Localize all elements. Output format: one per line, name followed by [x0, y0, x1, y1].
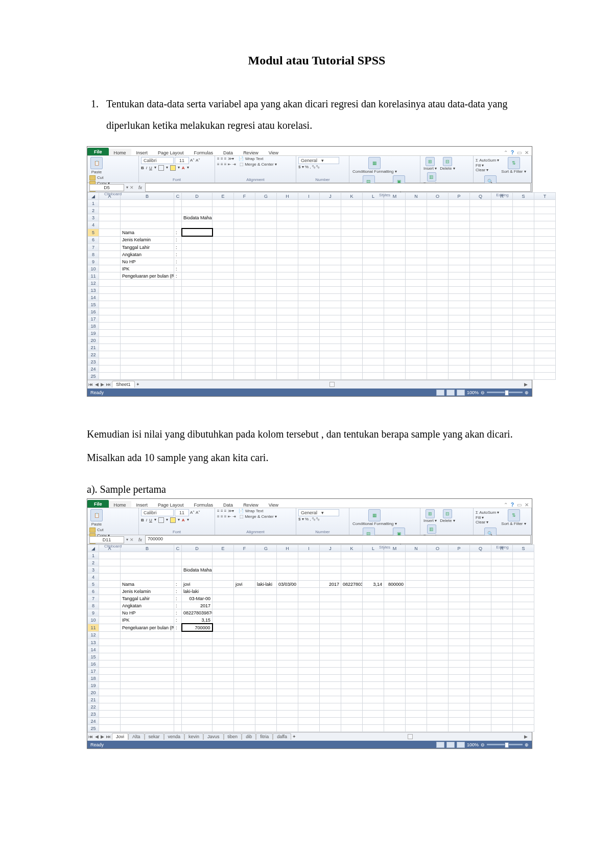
sheet-nav-prev[interactable]: ◀	[94, 734, 100, 739]
cell-D22[interactable]	[182, 351, 213, 358]
cell-L7[interactable]	[363, 595, 384, 602]
cell-P20[interactable]	[449, 337, 470, 344]
cell-L7[interactable]	[363, 244, 384, 251]
cell-R1[interactable]	[491, 200, 513, 207]
cell-H1[interactable]	[277, 552, 298, 559]
cell-O6[interactable]	[427, 236, 449, 244]
cell-I14[interactable]	[298, 294, 320, 301]
cell-K24[interactable]	[341, 718, 363, 725]
cell-M22[interactable]	[384, 351, 406, 358]
cell-B18[interactable]	[121, 675, 174, 682]
cell-S1[interactable]	[513, 200, 534, 207]
cell-T10[interactable]	[534, 265, 556, 272]
cell-N23[interactable]	[406, 711, 427, 718]
cell-J9[interactable]	[320, 609, 341, 616]
cell-S25[interactable]	[513, 725, 534, 732]
cell-M21[interactable]	[384, 696, 406, 703]
row-header-1[interactable]: 1	[88, 200, 99, 207]
cell-H2[interactable]	[277, 207, 298, 214]
cell-E17[interactable]	[213, 315, 234, 323]
cell-B22[interactable]	[121, 351, 174, 358]
cell-N24[interactable]	[406, 366, 427, 373]
cell-G5[interactable]	[255, 229, 277, 236]
cell-N6[interactable]	[406, 588, 427, 595]
cell-A13[interactable]	[99, 639, 121, 646]
cell-R8[interactable]	[491, 602, 513, 609]
cell-K6[interactable]	[341, 588, 363, 595]
cell-G16[interactable]	[255, 308, 277, 315]
cell-G10[interactable]	[255, 616, 277, 624]
cell-M18[interactable]	[384, 675, 406, 682]
row-header-23[interactable]: 23	[88, 711, 99, 718]
cell-C16[interactable]	[174, 308, 182, 315]
cell-E22[interactable]	[213, 351, 234, 358]
cell-B20[interactable]	[121, 337, 174, 344]
cell-L5[interactable]	[363, 229, 384, 236]
cell-J13[interactable]	[320, 639, 341, 646]
cell-K18[interactable]	[341, 323, 363, 330]
cell-H23[interactable]	[277, 711, 298, 718]
cell-I9[interactable]	[298, 609, 320, 616]
cell-S12[interactable]	[513, 280, 534, 287]
cell-I20[interactable]	[298, 337, 320, 344]
cell-H21[interactable]	[277, 696, 298, 703]
cell-O13[interactable]	[427, 639, 449, 646]
cell-K1[interactable]	[341, 200, 363, 207]
cell-Q18[interactable]	[470, 675, 491, 682]
cell-M7[interactable]	[384, 244, 406, 251]
cell-L20[interactable]	[363, 689, 384, 696]
cell-Q21[interactable]	[470, 344, 491, 351]
cell-L6[interactable]	[363, 588, 384, 595]
cell-E10[interactable]	[213, 616, 234, 624]
cell-B6[interactable]: Jenis Kelamin	[121, 588, 174, 595]
cell-G17[interactable]	[255, 668, 277, 675]
cell-E16[interactable]	[213, 660, 234, 668]
row-header-19[interactable]: 19	[88, 682, 99, 689]
cell-Q13[interactable]	[470, 639, 491, 646]
cell-O2[interactable]	[427, 207, 449, 214]
font-size-select[interactable]: 11	[175, 509, 189, 516]
cell-L2[interactable]	[363, 559, 384, 566]
cell-S2[interactable]	[513, 559, 534, 566]
cell-R9[interactable]	[491, 609, 513, 616]
cell-M11[interactable]	[384, 272, 406, 280]
scroll-right[interactable]: ▶	[523, 734, 529, 739]
cell-T1[interactable]	[534, 200, 556, 207]
cell-C23[interactable]	[174, 358, 182, 366]
cell-K9[interactable]	[341, 258, 363, 265]
cell-C14[interactable]	[174, 294, 182, 301]
cell-S16[interactable]	[513, 308, 534, 315]
cell-A1[interactable]	[99, 552, 121, 559]
cell-P2[interactable]	[449, 207, 470, 214]
cell-A12[interactable]	[99, 631, 121, 639]
cell-N25[interactable]	[406, 373, 427, 380]
cell-I24[interactable]	[298, 366, 320, 373]
cell-C18[interactable]	[174, 323, 182, 330]
cell-N24[interactable]	[406, 718, 427, 725]
cell-T13[interactable]	[534, 287, 556, 294]
cell-A3[interactable]	[99, 214, 121, 221]
cell-B23[interactable]	[121, 711, 174, 718]
cell-R8[interactable]	[491, 251, 513, 258]
cell-F10[interactable]	[234, 616, 255, 624]
cell-A17[interactable]	[99, 315, 121, 323]
underline-button[interactable]: U	[149, 518, 152, 522]
zoom-in-button[interactable]: ⊕	[525, 390, 529, 395]
cell-C25[interactable]	[174, 373, 182, 380]
cell-C11[interactable]: :	[174, 272, 182, 280]
cell-T18[interactable]	[534, 323, 556, 330]
cell-C7[interactable]: :	[174, 244, 182, 251]
sheet-tab-sheet1[interactable]: Sheet1	[112, 381, 135, 387]
cell-P1[interactable]	[449, 552, 470, 559]
cell-L20[interactable]	[363, 337, 384, 344]
clear-button[interactable]: Clear ▾	[476, 168, 499, 173]
cell-Q8[interactable]	[470, 251, 491, 258]
cell-F11[interactable]	[234, 624, 255, 631]
cell-H7[interactable]	[277, 244, 298, 251]
cell-O4[interactable]	[427, 574, 449, 581]
cell-B11[interactable]: Pengeluaran per bulan (Rp)	[121, 272, 174, 280]
cell-A4[interactable]	[99, 221, 121, 229]
font-name-select[interactable]: Calibri	[141, 157, 174, 164]
cell-I23[interactable]	[298, 358, 320, 366]
cell-O23[interactable]	[427, 711, 449, 718]
